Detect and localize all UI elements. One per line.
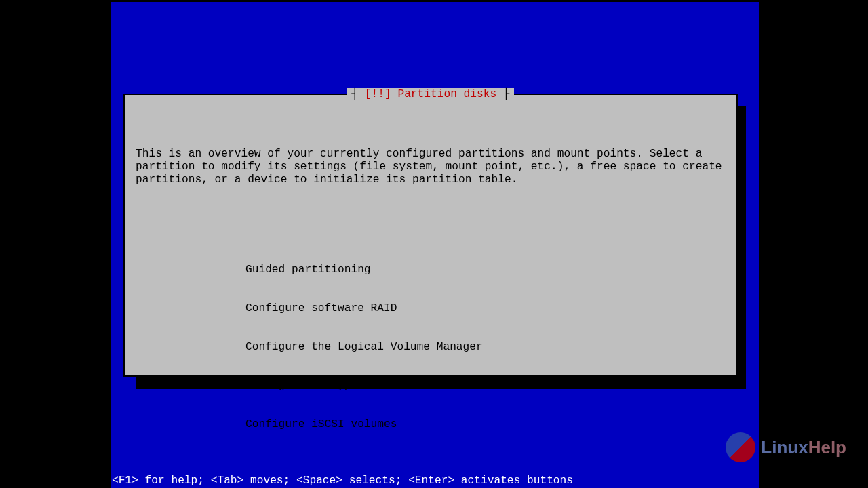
menu-guided-partitioning[interactable]: Guided partitioning <box>136 264 726 277</box>
watermark-brand-linux: Linux <box>761 437 808 458</box>
linuxhelp-logo-icon <box>726 432 755 462</box>
help-bar: <F1> for help; <Tab> moves; <Space> sele… <box>112 474 573 487</box>
title-bracket-left: ┤ <box>351 88 364 100</box>
watermark-text: LinuxHelp <box>761 441 846 454</box>
watermark-brand-help: Help <box>808 437 846 458</box>
menu-configure-encrypted[interactable]: Configure encrypted volumes <box>136 380 726 392</box>
dialog-title-bar: ┤ [!!] Partition disks ├ <box>125 88 736 101</box>
watermark: LinuxHelp <box>726 432 846 462</box>
dialog-title: [!!] Partition disks <box>365 88 496 100</box>
dialog-description: This is an overview of your currently co… <box>136 148 726 186</box>
menu-configure-lvm[interactable]: Configure the Logical Volume Manager <box>136 341 726 354</box>
menu-configure-raid[interactable]: Configure software RAID <box>136 302 726 315</box>
partition-dialog: ┤ [!!] Partition disks ├ This is an over… <box>123 94 738 377</box>
title-bracket-right: ├ <box>496 88 509 100</box>
menu-configure-iscsi[interactable]: Configure iSCSI volumes <box>136 418 726 431</box>
